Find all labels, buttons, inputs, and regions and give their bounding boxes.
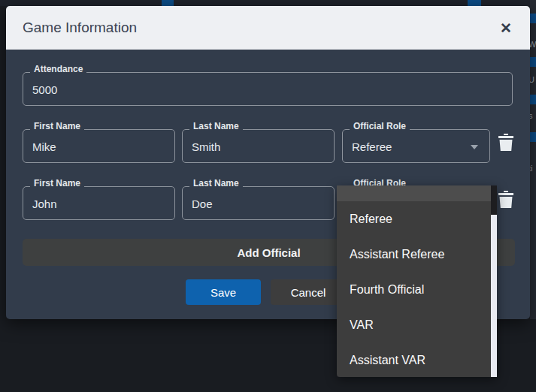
background-blue-fragment (162, 0, 174, 6)
background-text-fragment: s (530, 111, 533, 120)
cancel-button[interactable]: Cancel (271, 279, 346, 305)
background-text-fragment: W (530, 40, 536, 49)
background-blue-fragment (468, 0, 481, 6)
dropdown-option-assistant-var[interactable]: Assistant VAR (337, 342, 491, 377)
attendance-label: Attendance (30, 64, 86, 75)
background-blue-fragment (530, 14, 536, 23)
dropdown-option-fourth-official[interactable]: Fourth Official (337, 272, 491, 307)
attendance-field[interactable]: Attendance 5000 (23, 72, 513, 106)
dropdown-option-list: Referee Assistant Referee Fourth Officia… (337, 185, 491, 377)
attendance-value: 5000 (32, 83, 57, 95)
background-blue-fragment (530, 95, 536, 104)
dropdown-highlighted-empty-option[interactable] (337, 185, 491, 201)
delete-official-button-row1[interactable] (498, 134, 514, 152)
chevron-down-icon (471, 145, 478, 149)
trash-icon (498, 134, 513, 151)
last-name-field-row1[interactable]: Last Name Smith (182, 129, 335, 163)
dialog-header: Game Information ✕ (6, 6, 530, 50)
background-text-fragment: U (530, 75, 534, 84)
background-page-top-strip (0, 0, 536, 6)
first-name-label: First Name (30, 121, 84, 132)
last-name-field-row2[interactable]: Last Name Doe (182, 186, 335, 220)
background-blue-fragment (530, 57, 536, 67)
first-name-field-row1[interactable]: First Name Mike (23, 129, 175, 163)
last-name-value: Doe (192, 197, 213, 210)
dropdown-option-var[interactable]: VAR (337, 307, 491, 342)
first-name-field-row2[interactable]: First Name John (23, 186, 175, 220)
last-name-label: Last Name (189, 178, 243, 189)
official-role-select-row1[interactable]: Official Role Referee (342, 129, 490, 163)
dropdown-option-assistant-referee[interactable]: Assistant Referee (337, 237, 491, 272)
delete-official-button-row2[interactable] (498, 191, 514, 209)
first-name-value: Mike (32, 140, 56, 152)
dropdown-scrollbar-thumb[interactable] (491, 185, 497, 215)
official-role-label: Official Role (350, 121, 410, 132)
dialog-title: Game Information (23, 20, 137, 36)
official-role-value: Referee (352, 140, 392, 152)
dropdown-option-referee[interactable]: Referee (337, 201, 491, 237)
last-name-value: Smith (192, 140, 220, 152)
save-button[interactable]: Save (186, 279, 261, 305)
trash-icon (498, 191, 513, 208)
dropdown-scrollbar[interactable] (491, 185, 497, 377)
first-name-value: John (32, 197, 57, 210)
background-text-fragment: ti (530, 164, 533, 173)
background-page-right-edge: W U s ti (530, 0, 536, 319)
official-role-dropdown-menu: Referee Assistant Referee Fourth Officia… (337, 185, 497, 377)
close-icon[interactable]: ✕ (498, 20, 513, 37)
last-name-label: Last Name (189, 121, 243, 132)
first-name-label: First Name (30, 178, 84, 189)
background-blue-fragment (530, 132, 536, 142)
